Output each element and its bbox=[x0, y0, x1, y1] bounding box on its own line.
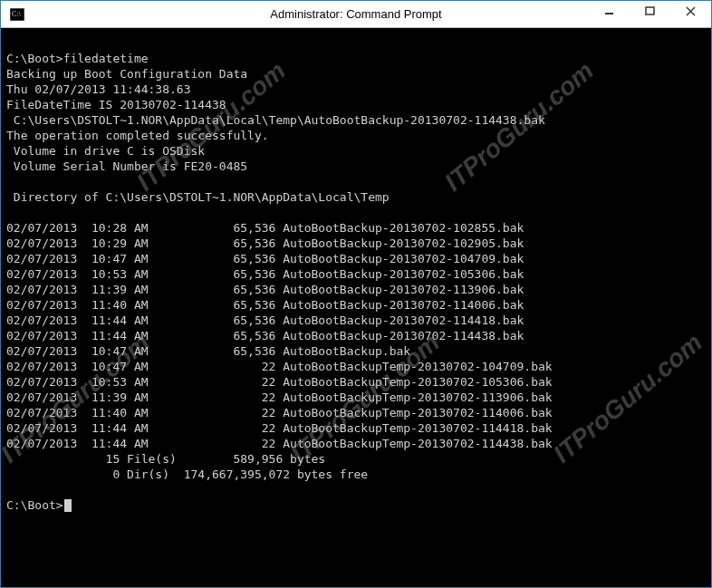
prompt-path: C:\Boot> bbox=[6, 498, 63, 512]
svg-rect-3 bbox=[646, 7, 654, 14]
summary-line: 15 File(s) 589,956 bytes bbox=[6, 451, 706, 467]
output-line: FileDateTime IS 20130702-114438 bbox=[6, 97, 706, 112]
cursor bbox=[64, 499, 72, 512]
maximize-button[interactable] bbox=[630, 1, 670, 21]
prompt-line: C:\Boot>filedatetime bbox=[6, 51, 706, 66]
terminal-output[interactable]: C:\Boot>filedatetimeBacking up Boot Conf… bbox=[1, 28, 711, 587]
output-line: C:\Users\DSTOLT~1.NOR\AppData\Local\Temp… bbox=[6, 112, 706, 128]
output-line: Directory of C:\Users\DSTOLT~1.NOR\AppDa… bbox=[6, 189, 706, 205]
cmd-icon: C:\ bbox=[8, 5, 26, 24]
prompt-line: C:\Boot> bbox=[6, 497, 706, 513]
close-button[interactable] bbox=[670, 1, 711, 21]
blank-line bbox=[6, 205, 706, 220]
output-line: Backing up Boot Configuration Data bbox=[6, 66, 706, 82]
output-line: Thu 02/07/2013 11:44:38.63 bbox=[6, 82, 706, 97]
output-line: Volume in drive C is OSDisk bbox=[6, 143, 706, 159]
minimize-button[interactable] bbox=[589, 1, 630, 21]
blank-line bbox=[6, 35, 706, 51]
summary-line: 0 Dir(s) 174,667,395,072 bytes free bbox=[6, 467, 706, 482]
prompt-path: C:\Boot> bbox=[6, 52, 63, 65]
command-text: filedatetime bbox=[63, 52, 149, 65]
svg-text:C:\: C:\ bbox=[12, 10, 22, 18]
titlebar[interactable]: C:\ Administrator: Command Prompt bbox=[1, 1, 711, 28]
file-listing: 02/07/2013 10:28 AM 65,536 AutoBootBacku… bbox=[6, 221, 553, 450]
output-line: The operation completed successfully. bbox=[6, 128, 706, 143]
command-prompt-window: C:\ Administrator: Command Prompt C:\Boo… bbox=[0, 0, 712, 588]
blank-line bbox=[6, 174, 706, 189]
output-line: Volume Serial Number is FE20-0485 bbox=[6, 159, 706, 174]
window-controls bbox=[589, 1, 711, 27]
watermark: ITProGuru.com bbox=[552, 333, 703, 463]
blank-line bbox=[6, 482, 706, 497]
